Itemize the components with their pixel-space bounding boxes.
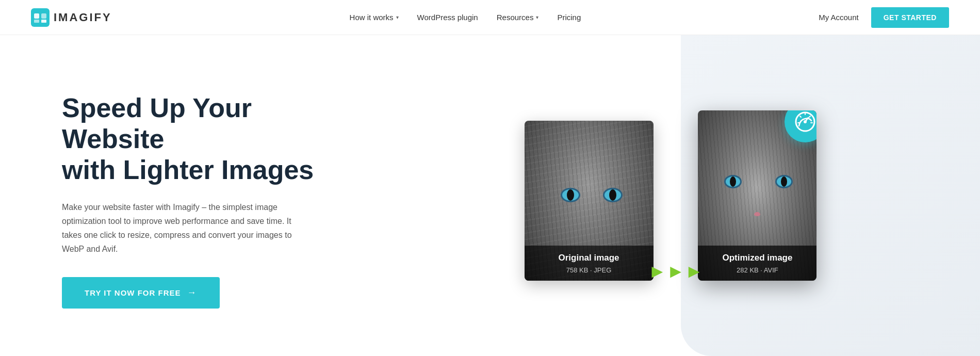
speedometer-icon: [793, 110, 816, 134]
logo-link[interactable]: IMAGIFY: [31, 8, 112, 27]
hero-title: Speed Up Your Website with Lighter Image…: [62, 93, 351, 185]
chevron-down-icon: ▾: [396, 14, 399, 20]
optimized-image-title: Optimized image: [703, 253, 811, 263]
main-navigation: IMAGIFY How it works ▾ WordPress plugin …: [0, 0, 980, 35]
svg-rect-0: [31, 8, 50, 27]
images-wrapper: Original image 758 KB · JPEG ► ► ►: [525, 121, 817, 281]
optimized-image-label-bar: Optimized image 282 KB · AVIF: [698, 246, 816, 281]
original-image-card: Original image 758 KB · JPEG: [525, 121, 654, 281]
nav-item-pricing[interactable]: Pricing: [557, 13, 581, 22]
logo-icon: [31, 8, 50, 27]
forward-arrow-icon: ►: [648, 262, 667, 281]
forward-arrow-icon-3: ►: [685, 262, 704, 281]
svg-rect-3: [34, 20, 39, 23]
cat-eye-left: [561, 188, 580, 202]
cta-arrow-icon: →: [187, 287, 197, 298]
logo-text: IMAGIFY: [54, 11, 112, 24]
original-image-title: Original image: [530, 253, 648, 263]
nav-item-wordpress-plugin[interactable]: WordPress plugin: [417, 13, 478, 22]
cta-label: TRY IT NOW FOR FREE: [85, 288, 181, 297]
svg-line-12: [809, 116, 810, 117]
optimized-image-card: Optimized image 282 KB · AVIF: [698, 110, 816, 281]
svg-rect-4: [41, 20, 46, 23]
arrows-container: ► ► ►: [648, 262, 704, 281]
nav-item-how-it-works[interactable]: How it works ▾: [350, 13, 399, 22]
nav-item-resources[interactable]: Resources ▾: [497, 13, 539, 22]
svg-rect-2: [41, 13, 46, 19]
nav-links-list: How it works ▾ WordPress plugin Resource…: [350, 13, 581, 22]
hero-description: Make your website faster with Imagify – …: [62, 200, 309, 256]
original-image-meta: 758 KB · JPEG: [566, 266, 611, 274]
cta-button[interactable]: TRY IT NOW FOR FREE →: [62, 277, 220, 309]
cat-eye-right: [603, 188, 623, 202]
cat-nose: [754, 212, 760, 216]
hero-section: Speed Up Your Website with Lighter Image…: [0, 35, 980, 356]
chevron-down-icon: ▾: [536, 14, 538, 20]
nav-link-pricing[interactable]: Pricing: [557, 13, 581, 22]
svg-line-11: [800, 116, 801, 117]
nav-right-area: My Account GET STARTED: [819, 7, 949, 28]
nav-link-resources[interactable]: Resources ▾: [497, 13, 539, 22]
forward-arrow-icon-2: ►: [666, 262, 685, 281]
nav-link-how-it-works[interactable]: How it works ▾: [350, 13, 399, 22]
optimized-image-meta: 282 KB · AVIF: [737, 266, 778, 274]
hero-text-area: Speed Up Your Website with Lighter Image…: [62, 93, 351, 308]
hero-images-area: Original image 758 KB · JPEG ► ► ►: [392, 67, 949, 335]
my-account-link[interactable]: My Account: [819, 13, 859, 22]
svg-rect-1: [34, 13, 39, 19]
get-started-button[interactable]: GET STARTED: [871, 7, 949, 28]
nav-link-wordpress-plugin[interactable]: WordPress plugin: [417, 13, 478, 22]
original-image-label-bar: Original image 758 KB · JPEG: [525, 246, 654, 281]
